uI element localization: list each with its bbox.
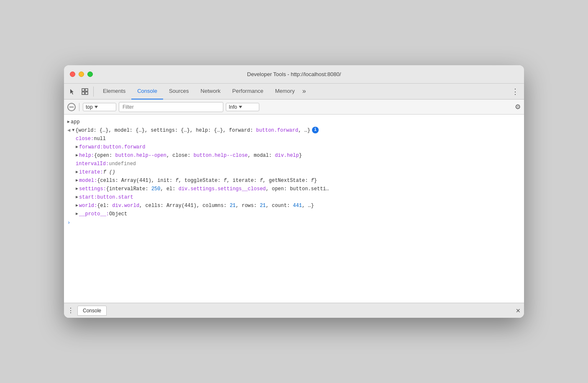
maximize-button[interactable] bbox=[87, 71, 93, 77]
prop-iterate-key: iterate: bbox=[79, 169, 103, 176]
tabs-bar: Elements Console Sources Network Perform… bbox=[64, 84, 524, 100]
more-tabs-button[interactable]: » bbox=[301, 84, 308, 100]
prop-forward-key: forward: bbox=[79, 143, 103, 151]
context-dropdown-icon bbox=[95, 106, 98, 108]
prop-iterate: ▶ iterate: f () bbox=[64, 168, 524, 176]
prop-forward: ▶ forward: button.forward bbox=[64, 143, 524, 151]
tab-console[interactable]: Console bbox=[131, 84, 163, 100]
object-preview: {world: {…}, model: {…}, settings: {…}, … bbox=[75, 127, 310, 134]
model-expand[interactable]: ▶ bbox=[76, 177, 78, 184]
tabs-right-controls: ⋮ bbox=[510, 87, 521, 96]
prop-start: ▶ start: button.start bbox=[64, 193, 524, 202]
bottom-bar: ⋮ Console ✕ bbox=[64, 303, 524, 318]
prop-close-val: null bbox=[94, 135, 106, 143]
tab-elements[interactable]: Elements bbox=[97, 84, 131, 100]
svg-rect-1 bbox=[85, 89, 88, 91]
expand-arrow[interactable]: ▶ bbox=[67, 118, 70, 126]
world-expand[interactable]: ▶ bbox=[76, 202, 78, 209]
prompt-caret: › bbox=[67, 220, 70, 226]
devtools-window: Developer Tools - http://localhost:8080/ bbox=[64, 65, 524, 318]
prop-model-val: {cells: Array(441), init: f, toggleState… bbox=[97, 177, 317, 184]
log-level-selector[interactable]: Info bbox=[226, 103, 259, 111]
tab-memory[interactable]: Memory bbox=[269, 84, 301, 100]
prop-iterate-val: f () bbox=[103, 169, 115, 176]
tab-network[interactable]: Network bbox=[195, 84, 227, 100]
svg-rect-3 bbox=[85, 92, 88, 94]
traffic-lights bbox=[70, 71, 93, 77]
context-selector[interactable]: top bbox=[83, 103, 116, 111]
tab-performance[interactable]: Performance bbox=[226, 84, 269, 100]
prop-proto: ▶ __proto__: Object bbox=[64, 210, 524, 218]
console-log-app: ▶ app bbox=[64, 118, 524, 126]
minimize-button[interactable] bbox=[79, 71, 84, 77]
level-dropdown-icon bbox=[239, 106, 242, 108]
prop-settings: ▶ settings: {intervalRate: 250, el: div.… bbox=[64, 185, 524, 193]
window-title: Developer Tools - http://localhost:8080/ bbox=[247, 71, 341, 77]
bottom-dots-menu[interactable]: ⋮ bbox=[67, 306, 74, 314]
app-label: app bbox=[71, 118, 80, 126]
object-expand-arrow[interactable]: ▼ bbox=[72, 127, 74, 134]
prop-model-key: model: bbox=[79, 177, 97, 184]
toolbar-icons bbox=[67, 87, 94, 97]
svg-rect-2 bbox=[82, 92, 84, 94]
clear-console-button[interactable] bbox=[67, 103, 76, 111]
iterate-expand[interactable]: ▶ bbox=[76, 169, 78, 176]
prop-help-val: {open: button.help--open, close: button.… bbox=[94, 152, 302, 159]
prop-start-val: button.start bbox=[97, 194, 133, 201]
cursor-icon[interactable] bbox=[67, 87, 77, 97]
prop-close: close: null bbox=[64, 135, 524, 143]
start-expand[interactable]: ▶ bbox=[76, 194, 78, 201]
prop-settings-key: settings: bbox=[79, 185, 106, 193]
prop-proto-key: __proto__: bbox=[79, 210, 109, 218]
prop-proto-val: Object bbox=[109, 210, 127, 218]
prop-intervalid: intervalId: undefined bbox=[64, 160, 524, 168]
bottom-console-tab[interactable]: Console bbox=[77, 306, 107, 316]
close-panel-button[interactable]: ✕ bbox=[516, 307, 521, 314]
settings-expand[interactable]: ▶ bbox=[76, 185, 78, 193]
proto-expand[interactable]: ▶ bbox=[76, 210, 78, 218]
close-button[interactable] bbox=[70, 71, 75, 77]
separator bbox=[79, 103, 79, 111]
title-bar: Developer Tools - http://localhost:8080/ bbox=[64, 65, 524, 84]
back-arrow: ◀ bbox=[67, 127, 70, 134]
help-expand[interactable]: ▶ bbox=[76, 152, 78, 159]
tab-sources[interactable]: Sources bbox=[163, 84, 195, 100]
inspect-icon[interactable] bbox=[80, 87, 90, 97]
prop-help: ▶ help: {open: button.help--open, close:… bbox=[64, 151, 524, 160]
prop-world-val: {el: div.world, cells: Array(441), colum… bbox=[97, 202, 314, 209]
prop-close-key: close: bbox=[76, 135, 94, 143]
filter-input[interactable] bbox=[119, 102, 223, 112]
tabs-list: Elements Console Sources Network Perform… bbox=[97, 84, 510, 100]
prop-help-key: help: bbox=[79, 152, 94, 159]
prop-world-key: world: bbox=[79, 202, 97, 209]
prop-forward-val: button.forward bbox=[103, 143, 146, 151]
prop-settings-val: {intervalRate: 250, el: div.settings.set… bbox=[106, 185, 329, 193]
svg-rect-0 bbox=[82, 89, 84, 91]
console-log-object: ◀ ▼ {world: {…}, model: {…}, settings: {… bbox=[64, 126, 524, 135]
prop-intervalid-key: intervalId: bbox=[76, 160, 109, 168]
prop-world: ▶ world: {el: div.world, cells: Array(44… bbox=[64, 202, 524, 210]
prop-intervalid-val: undefined bbox=[109, 160, 136, 168]
prop-model: ▶ model: {cells: Array(441), init: f, to… bbox=[64, 176, 524, 185]
console-output: ▶ app ◀ ▼ {world: {…}, model: {…}, setti… bbox=[64, 115, 524, 303]
forward-expand[interactable]: ▶ bbox=[76, 143, 78, 151]
info-badge[interactable]: i bbox=[312, 127, 319, 133]
devtools-menu-button[interactable]: ⋮ bbox=[510, 87, 521, 96]
prop-start-key: start: bbox=[79, 194, 97, 201]
console-toolbar: top Info ⚙ bbox=[64, 100, 524, 115]
console-prompt[interactable]: › bbox=[64, 218, 524, 227]
settings-gear-icon[interactable]: ⚙ bbox=[515, 103, 521, 111]
